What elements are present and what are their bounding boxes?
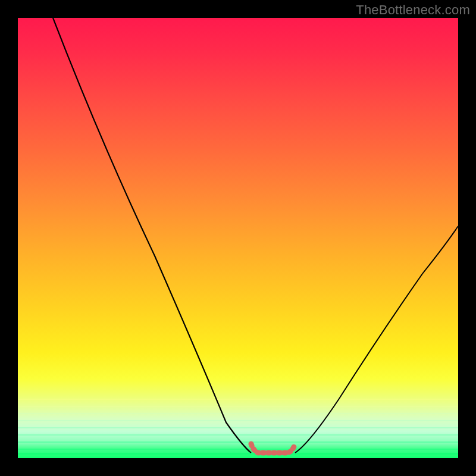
plot-area — [18, 18, 458, 458]
chart-frame: TheBottleneck.com — [0, 0, 476, 476]
marker-path — [251, 444, 295, 453]
optimal-zone-marker — [18, 18, 458, 458]
watermark-text: TheBottleneck.com — [356, 2, 470, 18]
